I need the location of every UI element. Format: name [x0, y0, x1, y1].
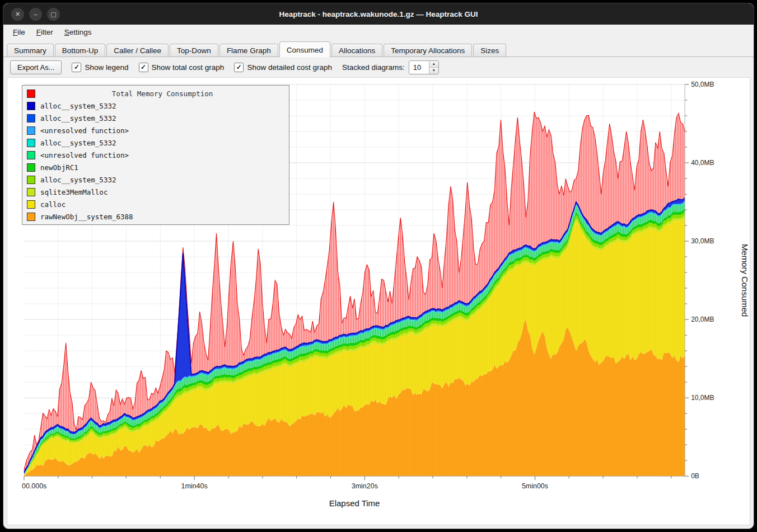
legend-item: rawNewObj__system_6388: [25, 210, 287, 223]
legend-item-label: calloc: [40, 200, 66, 209]
legend-item-label: alloc__system_5332: [40, 176, 116, 184]
stacked-diagrams-spinbox[interactable]: 10 ▲ ▼: [409, 60, 439, 74]
svg-text:Memory Consumed: Memory Consumed: [740, 244, 750, 317]
legend-swatch: [27, 200, 35, 209]
checkbox-show-legend-box[interactable]: ✓: [72, 63, 81, 72]
tab-bar: SummaryBottom-UpCaller / CalleeTop-DownF…: [3, 40, 754, 57]
svg-text:20,0MB: 20,0MB: [691, 316, 714, 323]
chart-legend: Total Memory Consumptionalloc__system_53…: [22, 85, 289, 225]
consumed-chart-area: 0B10,0MB20,0MB30,0MB40,0MB50,0MB00.000s1…: [7, 77, 750, 525]
legend-item-label: <unresolved function>: [40, 126, 129, 135]
legend-item-label: <unresolved function>: [40, 151, 129, 159]
svg-text:Elapsed Time: Elapsed Time: [329, 498, 380, 508]
svg-text:10,0MB: 10,0MB: [691, 394, 714, 402]
menu-filter[interactable]: Filter: [31, 26, 58, 38]
export-as-button[interactable]: Export As...: [10, 60, 62, 74]
legend-item: newObjRC1: [25, 161, 287, 173]
tab-flame-graph[interactable]: Flame Graph: [219, 44, 278, 57]
maximize-button[interactable]: ▢: [47, 8, 60, 21]
spinbox-arrows: ▲ ▼: [429, 61, 438, 74]
tab-allocations[interactable]: Allocations: [331, 44, 382, 57]
legend-item: alloc__system_5332: [25, 136, 287, 149]
checkbox-show-total-cost-graph-box[interactable]: ✓: [139, 63, 148, 72]
minimize-button[interactable]: –: [29, 8, 42, 21]
svg-text:5min00s: 5min00s: [522, 482, 548, 490]
spinbox-down-button[interactable]: ▼: [429, 68, 438, 74]
legend-item-label: alloc__system_5332: [40, 102, 116, 110]
svg-text:1min40s: 1min40s: [181, 482, 208, 490]
stacked-diagrams-value[interactable]: 10: [409, 61, 429, 74]
titlebar: ✕–▢ Heaptrack - heaptrack.wakunode.1.gz …: [3, 3, 754, 25]
legend-title-row: Total Memory Consumption: [25, 87, 287, 100]
menu-file[interactable]: File: [8, 26, 30, 38]
toolbar: Export As... ✓Show legend✓Show total cos…: [3, 57, 754, 77]
menu-settings[interactable]: Settings: [59, 26, 97, 38]
tab-bottom-up[interactable]: Bottom-Up: [55, 44, 106, 57]
legend-swatch: [27, 213, 35, 221]
window: ✕–▢ Heaptrack - heaptrack.wakunode.1.gz …: [3, 3, 754, 529]
legend-item-label: alloc__system_5332: [40, 139, 116, 147]
legend-item-label: sqlite3MemMalloc: [40, 188, 108, 196]
close-button[interactable]: ✕: [11, 8, 24, 21]
tab-temporary-allocations[interactable]: Temporary Allocations: [384, 44, 472, 57]
checkbox-show-detailed-cost-graph-box[interactable]: ✓: [234, 63, 244, 72]
legend-item: sqlite3MemMalloc: [25, 186, 287, 198]
svg-text:3min20s: 3min20s: [352, 482, 378, 490]
legend-item: <unresolved function>: [25, 124, 287, 136]
tab-consumed[interactable]: Consumed: [279, 41, 330, 57]
legend-swatch: [27, 163, 35, 172]
menubar: FileFilterSettings: [3, 25, 754, 40]
legend-item-label: newObjRC1: [40, 163, 78, 172]
window-title: Heaptrack - heaptrack.wakunode.1.gz — He…: [3, 10, 754, 18]
legend-item: calloc: [25, 198, 287, 210]
stacked-diagrams-group: Stacked diagrams: 10 ▲ ▼: [342, 60, 439, 74]
tab-caller-callee[interactable]: Caller / Callee: [106, 44, 169, 57]
checkbox-show-legend[interactable]: ✓Show legend: [72, 63, 128, 72]
legend-item: alloc__system_5332: [25, 112, 287, 124]
checkbox-show-legend-label: Show legend: [85, 63, 128, 72]
svg-text:0B: 0B: [691, 472, 699, 480]
legend-swatch: [27, 188, 35, 196]
legend-title: Total Memory Consumption: [40, 90, 284, 98]
legend-swatch: [27, 151, 35, 159]
legend-item: <unresolved function>: [25, 149, 287, 161]
svg-text:50,0MB: 50,0MB: [691, 81, 714, 88]
checkbox-group: ✓Show legend✓Show total cost graph✓Show …: [72, 63, 332, 72]
legend-item-label: rawNewObj__system_6388: [40, 213, 133, 221]
checkbox-show-detailed-cost-graph[interactable]: ✓Show detailed cost graph: [234, 63, 332, 72]
legend-swatch-total: [27, 90, 35, 98]
legend-swatch: [27, 114, 35, 123]
checkbox-show-detailed-cost-graph-label: Show detailed cost graph: [247, 63, 332, 72]
legend-item: alloc__system_5332: [25, 100, 287, 112]
legend-swatch: [27, 102, 35, 110]
tab-summary[interactable]: Summary: [7, 44, 54, 57]
legend-item: alloc__system_5332: [25, 173, 287, 186]
checkbox-show-total-cost-graph-label: Show total cost graph: [152, 63, 225, 72]
svg-text:40,0MB: 40,0MB: [691, 159, 714, 167]
tab-sizes[interactable]: Sizes: [473, 44, 506, 57]
legend-swatch: [27, 126, 35, 135]
spinbox-up-button[interactable]: ▲: [429, 61, 438, 68]
checkbox-show-total-cost-graph[interactable]: ✓Show total cost graph: [139, 63, 225, 72]
svg-text:00.000s: 00.000s: [22, 482, 46, 490]
window-controls: ✕–▢: [11, 8, 60, 21]
tab-top-down[interactable]: Top-Down: [170, 44, 218, 57]
legend-swatch: [27, 176, 35, 184]
stacked-diagrams-label: Stacked diagrams:: [342, 63, 405, 72]
legend-swatch: [27, 139, 35, 147]
legend-item-label: alloc__system_5332: [40, 114, 116, 123]
svg-text:30,0MB: 30,0MB: [691, 237, 714, 245]
